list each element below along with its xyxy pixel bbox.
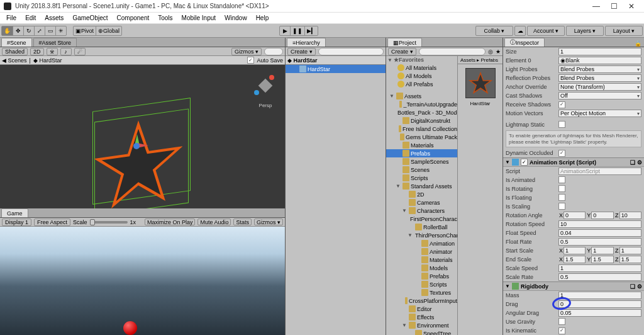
- rotangle-z-field[interactable]: 10: [619, 212, 641, 219]
- project-item-animation[interactable]: Animation: [386, 239, 457, 247]
- tab-inspector[interactable]: ⓘ Inspector: [504, 38, 545, 47]
- scene-lighting-toggle[interactable]: ※: [47, 48, 58, 55]
- collab-dropdown[interactable]: Collab ▾: [475, 26, 513, 36]
- project-item-assets[interactable]: ▼Assets: [386, 92, 457, 100]
- floatrate-field[interactable]: 0.5: [558, 238, 641, 246]
- move-tool-button[interactable]: ✥: [13, 26, 24, 36]
- scene-shading-dropdown[interactable]: Shaded: [2, 48, 28, 55]
- tab-game[interactable]: Game: [1, 208, 28, 217]
- project-item-2d[interactable]: 2D: [386, 190, 457, 198]
- auto-save-checkbox[interactable]: [247, 57, 254, 64]
- pivot-toggle[interactable]: ▣ Pivot: [73, 26, 96, 36]
- menu-help[interactable]: Help: [252, 13, 273, 23]
- project-item-effects[interactable]: Effects: [386, 313, 457, 321]
- transform-tool-button[interactable]: ✳: [55, 26, 67, 36]
- lightprobes-dropdown[interactable]: Blend Probes: [558, 65, 641, 73]
- animscript-header[interactable]: ▼Animation Script (Script)❏ ⚙: [503, 157, 644, 167]
- layers-dropdown[interactable]: Layers ▾: [566, 26, 604, 36]
- favorite-filter-icon[interactable]: ★: [496, 48, 501, 55]
- project-item-scripts[interactable]: Scripts: [386, 280, 457, 288]
- usegravity-checkbox[interactable]: [558, 318, 565, 325]
- project-item-samplescenes[interactable]: SampleScenes: [386, 157, 457, 166]
- rotate-tool-button[interactable]: ↻: [23, 26, 35, 36]
- project-item-firstpersoncharacte[interactable]: FirstPersonCharacte: [386, 215, 457, 223]
- startscale-x-field[interactable]: 1: [564, 247, 586, 254]
- component-menu-icon[interactable]: ❏ ⚙: [630, 283, 642, 290]
- game-aspect-dropdown[interactable]: Free Aspect: [34, 219, 70, 226]
- step-button[interactable]: ▶▎: [304, 26, 318, 36]
- project-item-animator[interactable]: Animator: [386, 247, 457, 256]
- reflprobes-dropdown[interactable]: Blend Probes: [558, 74, 641, 82]
- motion-dropdown[interactable]: Per Object Motion: [558, 110, 641, 117]
- maximize-button[interactable]: ☐: [605, 0, 623, 13]
- scalespd-field[interactable]: 1: [558, 264, 641, 272]
- project-item-scripts[interactable]: Scripts: [386, 174, 457, 182]
- rotangle-x-field[interactable]: 0: [564, 212, 586, 219]
- hierarchy-create-dropdown[interactable]: Create ▾: [287, 48, 316, 55]
- scene-search-input[interactable]: [264, 48, 283, 55]
- global-toggle[interactable]: ⊕ Global: [96, 26, 122, 36]
- mute-audio-toggle[interactable]: Mute Audio: [197, 219, 231, 225]
- recvshadow-checkbox[interactable]: [558, 101, 565, 108]
- search-filter-icon[interactable]: ◎: [488, 48, 493, 55]
- layout-dropdown[interactable]: Layout ▾: [605, 26, 643, 36]
- tab-scene[interactable]: # Scene: [1, 38, 32, 47]
- project-item-prefabs[interactable]: Prefabs: [386, 149, 457, 157]
- castshadow-dropdown[interactable]: Off: [558, 92, 641, 99]
- rotspd-field[interactable]: 10: [558, 220, 641, 228]
- favorite-all-models[interactable]: All Models: [386, 72, 457, 80]
- game-scale-slider[interactable]: [90, 221, 128, 224]
- project-create-dropdown[interactable]: Create ▾: [388, 48, 416, 55]
- menu-mobile-input[interactable]: Mobile Input: [178, 13, 219, 23]
- project-breadcrumb[interactable]: Assets ▸ Prefabs: [458, 56, 502, 64]
- startscale-y-field[interactable]: 1: [591, 247, 613, 254]
- rect-tool-button[interactable]: ▭: [45, 26, 56, 36]
- prefab-breadcrumb-root[interactable]: ◀ Scenes: [2, 57, 27, 64]
- game-gizmos-dropdown[interactable]: Gizmos ▾: [254, 219, 283, 225]
- project-item-rollerball[interactable]: RollerBall: [386, 223, 457, 231]
- endscale-z-field[interactable]: 1.5: [619, 256, 641, 263]
- project-item-crossplatforminput[interactable]: CrossPlatformInput: [386, 297, 457, 305]
- project-item-characters[interactable]: ▼Characters: [386, 207, 457, 215]
- menu-component[interactable]: Component: [113, 13, 153, 23]
- project-item--terrainautoupgrade[interactable]: _TerrainAutoUpgrade: [386, 100, 457, 108]
- menu-window[interactable]: Window: [221, 13, 251, 23]
- project-asset-thumbnail[interactable]: [465, 68, 496, 98]
- dynocc-checkbox[interactable]: [558, 150, 565, 157]
- scene-2d-toggle[interactable]: 2D: [30, 48, 44, 55]
- iskinematic-checkbox[interactable]: [558, 327, 565, 334]
- favorite-all-prefabs[interactable]: All Prefabs: [386, 80, 457, 88]
- scene-fx-toggle[interactable]: ☄: [74, 48, 86, 55]
- scene-gizmos-dropdown[interactable]: Gizmos ▾: [231, 48, 262, 55]
- size-field[interactable]: 1: [558, 48, 641, 55]
- scene-orientation-gizmo[interactable]: Persp: [251, 71, 280, 100]
- cloud-button[interactable]: ☁: [514, 26, 526, 36]
- project-item-materials[interactable]: Materials: [386, 141, 457, 149]
- favorites-header[interactable]: ▼★ Favorites: [386, 56, 457, 64]
- scale-tool-button[interactable]: ⤢: [34, 26, 45, 36]
- isanimated-checkbox[interactable]: [558, 176, 565, 183]
- hierarchy-item-hardstar[interactable]: HardStar: [286, 65, 386, 73]
- menu-assets[interactable]: Assets: [41, 13, 67, 23]
- pause-button[interactable]: ❚❚: [290, 26, 305, 36]
- inspector-lock-icon[interactable]: 🔒: [632, 40, 644, 47]
- project-item-speedtree[interactable]: SpeedTree: [386, 329, 457, 335]
- project-item-standard-assets[interactable]: ▼Standard Assets: [386, 182, 457, 190]
- menu-file[interactable]: File: [3, 13, 20, 23]
- project-item-scenes[interactable]: Scenes: [386, 166, 457, 174]
- endscale-y-field[interactable]: 1.5: [591, 256, 613, 263]
- component-menu-icon[interactable]: ❏ ⚙: [630, 159, 642, 166]
- project-item-gems-ultimate-pack[interactable]: Gems Ultimate Pack: [386, 133, 457, 141]
- project-item-bottles-pack-3d-model[interactable]: Bottles_Pack - 3D_Model: [386, 108, 457, 116]
- menu-tools[interactable]: Tools: [154, 13, 176, 23]
- project-item-prefabs[interactable]: Prefabs: [386, 272, 457, 280]
- scene-star-object[interactable]: [94, 114, 182, 208]
- prefab-breadcrumb-item[interactable]: ◆ HardStar: [33, 57, 62, 64]
- favorite-all-materials[interactable]: All Materials: [386, 64, 457, 72]
- tab-asset-store[interactable]: # Asset Store: [33, 38, 77, 47]
- tab-hierarchy[interactable]: ≡ Hierarchy: [287, 38, 326, 47]
- maximize-on-play-toggle[interactable]: Maximize On Play: [145, 219, 196, 225]
- hierarchy-search-input[interactable]: [318, 48, 384, 55]
- rotangle-y-field[interactable]: 0: [591, 212, 613, 219]
- project-item-editor[interactable]: Editor: [386, 305, 457, 313]
